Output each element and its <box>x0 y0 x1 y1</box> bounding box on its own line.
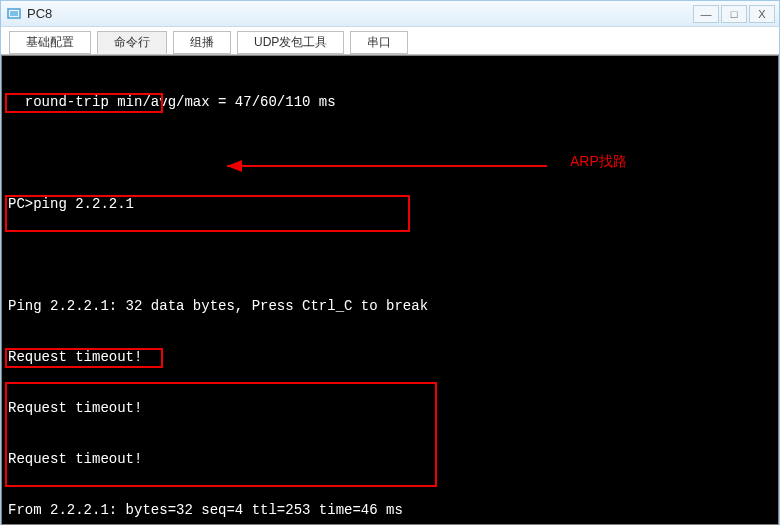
terminal-line: round-trip min/avg/max = 47/60/110 ms <box>2 94 778 111</box>
highlight-box <box>5 382 437 487</box>
tab-bar: 基础配置 命令行 组播 UDP发包工具 串口 <box>1 27 779 55</box>
terminal-line <box>2 145 778 162</box>
terminal-line: PC>ping 2.2.2.1 <box>2 196 778 213</box>
terminal-line: Ping 2.2.2.1: 32 data bytes, Press Ctrl_… <box>2 298 778 315</box>
titlebar: PC8 — □ X <box>1 1 779 27</box>
terminal-line: From 2.2.2.1: bytes=32 seq=4 ttl=253 tim… <box>2 502 778 519</box>
app-icon <box>7 7 21 21</box>
terminal-line: Request timeout! <box>2 349 778 366</box>
tab-udp-tool[interactable]: UDP发包工具 <box>237 31 344 54</box>
terminal-line: Request timeout! <box>2 400 778 417</box>
terminal-output[interactable]: round-trip min/avg/max = 47/60/110 ms PC… <box>1 55 779 525</box>
svg-rect-1 <box>10 11 18 16</box>
minimize-button[interactable]: — <box>693 5 719 23</box>
window-title: PC8 <box>27 6 691 21</box>
svg-marker-3 <box>227 160 242 172</box>
terminal-line: Request timeout! <box>2 451 778 468</box>
tab-basic-config[interactable]: 基础配置 <box>9 31 91 54</box>
app-window: PC8 — □ X 基础配置 命令行 组播 UDP发包工具 串口 round-t… <box>0 0 780 525</box>
tab-multicast[interactable]: 组播 <box>173 31 231 54</box>
close-button[interactable]: X <box>749 5 775 23</box>
tab-serial[interactable]: 串口 <box>350 31 408 54</box>
terminal-line <box>2 247 778 264</box>
tab-command-line[interactable]: 命令行 <box>97 31 167 54</box>
maximize-button[interactable]: □ <box>721 5 747 23</box>
